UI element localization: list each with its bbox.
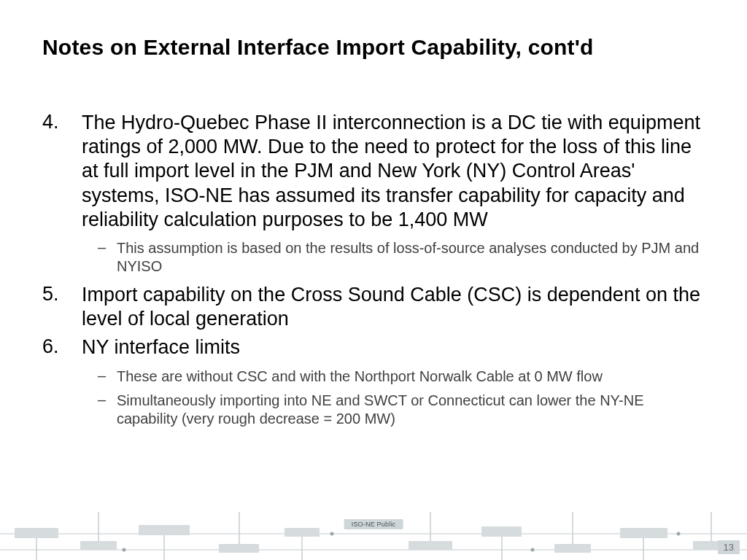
sub-list: These are without CSC and with the North… [82, 368, 705, 428]
slide-footer: ISO-NE Public 13 [0, 512, 747, 560]
page-number: 13 [718, 540, 740, 554]
svg-point-25 [677, 532, 681, 536]
sub-list: This assumption is based on the results … [82, 239, 705, 276]
sub-list-item-text: Simultaneously importing into NE and SWC… [117, 392, 705, 428]
svg-rect-5 [219, 544, 259, 553]
svg-rect-8 [481, 526, 522, 537]
svg-rect-4 [139, 525, 190, 535]
svg-rect-3 [80, 541, 117, 550]
svg-point-24 [531, 548, 535, 552]
footer-label: ISO-NE Public [344, 519, 403, 529]
slide-title: Notes on External Interface Import Capab… [42, 35, 705, 60]
svg-rect-10 [620, 528, 667, 538]
sub-list-item: Simultaneously importing into NE and SWC… [82, 392, 705, 428]
sub-list-item: This assumption is based on the results … [82, 239, 705, 276]
slide-body: The Hydro-Quebec Phase II interconnectio… [42, 111, 705, 435]
list-item-text: The Hydro-Quebec Phase II interconnectio… [82, 111, 705, 232]
slide: Notes on External Interface Import Capab… [0, 0, 747, 560]
svg-rect-2 [15, 528, 58, 538]
main-list: The Hydro-Quebec Phase II interconnectio… [42, 111, 705, 428]
list-item-text: NY interface limits [82, 335, 705, 359]
svg-point-23 [330, 532, 334, 536]
list-item-text: Import capability on the Cross Sound Cab… [82, 283, 705, 331]
svg-point-22 [123, 548, 126, 552]
svg-rect-7 [409, 541, 452, 550]
sub-list-item: These are without CSC and with the North… [82, 368, 705, 386]
sub-list-item-text: These are without CSC and with the North… [117, 368, 705, 386]
list-item: The Hydro-Quebec Phase II interconnectio… [42, 111, 705, 276]
svg-rect-9 [554, 544, 591, 553]
list-item: Import capability on the Cross Sound Cab… [42, 283, 705, 331]
list-item: NY interface limits These are without CS… [42, 335, 705, 427]
svg-rect-6 [285, 528, 320, 537]
sub-list-item-text: This assumption is based on the results … [117, 239, 705, 276]
